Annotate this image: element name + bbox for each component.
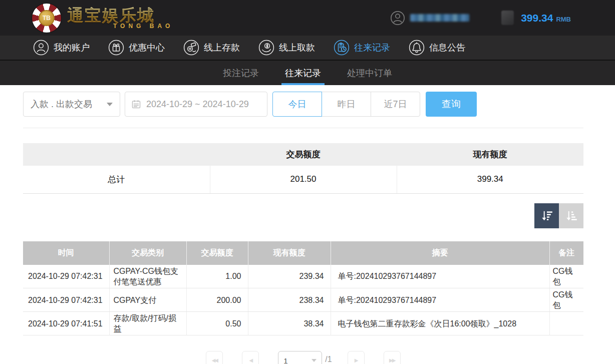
summary-table: 交易额度 现有额度 总计 201.50 399.34: [23, 143, 583, 194]
summary-total-label: 总计: [23, 166, 210, 193]
table-cell: 单号:202410293767144897: [331, 288, 549, 312]
nav-item-deposit[interactable]: 线上存款: [183, 40, 240, 56]
wallet-icon: [501, 11, 514, 25]
transaction-type-value: 入款 . 出款交易: [31, 98, 107, 110]
sort-ascending-button[interactable]: [559, 203, 583, 228]
brand-name-en: TONG BAO: [113, 23, 173, 29]
nav-item-label: 信息公告: [429, 42, 465, 54]
table-cell: [549, 312, 583, 335]
poker-chip-icon: TB: [32, 4, 61, 33]
balance-currency: RMB: [556, 16, 571, 23]
next-page-button[interactable]: ▶: [348, 351, 365, 364]
nav-item-label: 我的账户: [54, 42, 90, 54]
transaction-type-select[interactable]: 入款 . 出款交易: [23, 92, 120, 117]
user-avatar-icon: [390, 11, 405, 26]
table-cell: 200.00: [186, 288, 248, 312]
tab-processing-orders[interactable]: 处理中订单: [345, 61, 394, 85]
tab-transaction-records[interactable]: 往来记录: [283, 61, 323, 85]
summary-header-row: 交易额度 现有额度: [23, 143, 583, 166]
brand-name-cn: 通宝娱乐城: [67, 7, 173, 24]
summary-header-current: 现有额度: [397, 143, 583, 166]
date-range-value: 2024-10-29 ~ 2024-10-29: [146, 99, 249, 110]
username-redacted: [410, 14, 469, 22]
bell-icon: [409, 40, 425, 56]
first-page-button[interactable]: ◀◀: [206, 351, 223, 364]
logo-monogram: TB: [43, 15, 51, 22]
prev-page-button[interactable]: ◀: [242, 351, 259, 364]
nav-item-announcements[interactable]: 信息公告: [409, 40, 465, 56]
table-cell: 1.00: [186, 265, 248, 288]
brand-logo[interactable]: TB 通宝娱乐城 TONG BAO: [32, 4, 173, 33]
page-select[interactable]: 1: [278, 351, 322, 364]
content-area: 入款 . 出款交易 2024-10-29 ~ 2024-10-29 今日昨日近7…: [0, 85, 615, 364]
table-cell: 2024-10-29 07:42:31: [23, 265, 109, 288]
table-cell: CG钱包: [549, 265, 583, 288]
column-header: 交易额度: [186, 241, 248, 265]
nav-item-my-account[interactable]: 我的账户: [33, 40, 90, 56]
table-row: 2024-10-29 07:41:51存款/取款/打码/损益0.5038.34电…: [23, 312, 583, 335]
column-header: 备注: [549, 241, 583, 265]
table-cell: 238.34: [248, 288, 331, 312]
deposit-icon: [183, 40, 199, 56]
table-cell: 2024-10-29 07:42:31: [23, 288, 109, 312]
summary-header-transaction: 交易额度: [210, 143, 397, 166]
chevron-down-icon: [107, 103, 113, 106]
chevron-down-icon: [312, 359, 317, 362]
nav-item-label: 优惠中心: [129, 42, 165, 54]
quick-date-button-1[interactable]: 昨日: [322, 92, 371, 117]
calendar-icon: [131, 99, 141, 109]
sort-descending-button[interactable]: [534, 203, 559, 228]
search-button[interactable]: 查询: [426, 92, 477, 117]
summary-total-row: 总计 201.50 399.34: [23, 166, 583, 193]
table-cell: 单号:202410293767144897: [331, 265, 549, 288]
main-nav: 我的账户优惠中心线上存款线上取款往来记录信息公告: [0, 36, 615, 61]
summary-current-total: 399.34: [397, 166, 583, 193]
table-cell: 0.50: [186, 312, 248, 335]
column-header: 交易类别: [109, 241, 186, 265]
table-cell: CG钱包: [549, 288, 583, 312]
table-row: 2024-10-29 07:42:31CGPAY支付200.00238.34单号…: [23, 288, 583, 312]
table-cell: 存款/取款/打码/损益: [109, 312, 186, 335]
date-range-input[interactable]: 2024-10-29 ~ 2024-10-29: [125, 92, 267, 117]
account-balance: 399.34 RMB: [521, 12, 571, 24]
quick-date-button-2[interactable]: 近7日: [371, 92, 420, 117]
nav-item-label: 线上存款: [204, 42, 240, 54]
top-header: TB 通宝娱乐城 TONG BAO 399.34 RMB: [0, 0, 615, 36]
nav-item-promotions[interactable]: 优惠中心: [108, 40, 165, 56]
summary-header-empty: [23, 143, 210, 166]
column-header: 时间: [23, 241, 109, 265]
page-select-value: 1: [283, 356, 312, 364]
nav-item-label: 线上取款: [279, 42, 315, 54]
nav-item-withdraw[interactable]: 线上取款: [258, 40, 315, 56]
summary-transaction-total: 201.50: [210, 166, 397, 193]
transactions-header-row: 时间交易类别交易额度现有额度摘要备注: [23, 241, 583, 265]
table-cell: 239.34: [248, 265, 331, 288]
pagination: ◀◀ ◀ 1 /1 ▶ ▶▶: [23, 351, 583, 364]
table-cell: 38.34: [248, 312, 331, 335]
transactions-table: 时间交易类别交易额度现有额度摘要备注 2024-10-29 07:42:31CG…: [23, 241, 583, 336]
table-cell: 电子钱包第二重存款彩金《次日16:00领取》_1028: [331, 312, 549, 335]
last-page-button[interactable]: ▶▶: [384, 351, 401, 364]
transactions-body: 2024-10-29 07:42:31CGPAY-CG钱包支付笔笔送优惠1.00…: [23, 265, 583, 335]
table-cell: CGPAY-CG钱包支付笔笔送优惠: [109, 265, 186, 288]
sort-controls: [23, 203, 583, 228]
balance-amount: 399.34: [521, 12, 553, 24]
nav-item-label: 往来记录: [354, 42, 390, 54]
table-row: 2024-10-29 07:42:31CGPAY-CG钱包支付笔笔送优惠1.00…: [23, 265, 583, 288]
filter-row: 入款 . 出款交易 2024-10-29 ~ 2024-10-29 今日昨日近7…: [23, 92, 583, 117]
withdraw-icon: [258, 40, 274, 56]
table-cell: 2024-10-29 07:41:51: [23, 312, 109, 335]
clipboard-clock-icon: [334, 40, 350, 56]
column-header: 摘要: [331, 241, 549, 265]
quick-date-button-0[interactable]: 今日: [272, 92, 322, 117]
sub-tabstrip: 投注记录往来记录处理中订单: [0, 61, 615, 85]
page-total-label: /1: [325, 355, 332, 364]
nav-item-records[interactable]: 往来记录: [334, 40, 390, 56]
column-header: 现有额度: [248, 241, 331, 265]
gift-icon: [108, 40, 124, 56]
person-icon: [33, 40, 49, 56]
table-cell: CGPAY支付: [109, 288, 186, 312]
quick-date-group: 今日昨日近7日: [272, 92, 420, 117]
tab-bet-records[interactable]: 投注记录: [221, 61, 261, 85]
section-divider: [23, 128, 583, 128]
